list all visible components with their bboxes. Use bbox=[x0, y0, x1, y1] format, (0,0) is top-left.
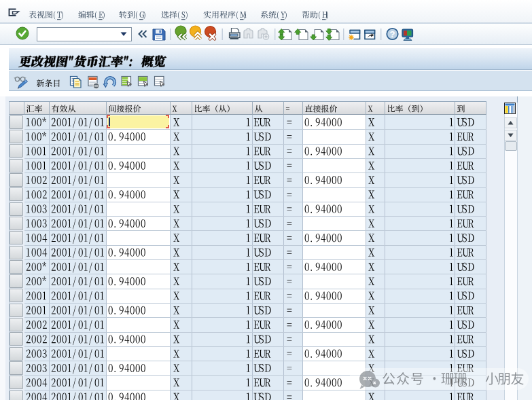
svg-text:?: ? bbox=[390, 29, 395, 39]
